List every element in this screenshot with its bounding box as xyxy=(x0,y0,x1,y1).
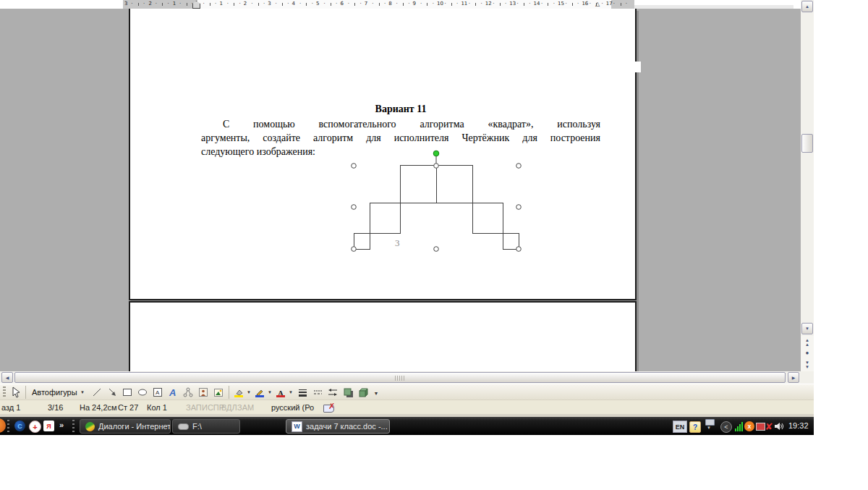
next-page-button[interactable]: ▼▼ xyxy=(805,360,809,369)
yandex-icon[interactable]: Я xyxy=(43,421,54,431)
wordart-button[interactable]: A xyxy=(166,386,180,399)
text-line[interactable]: Спомощьювспомогательногоалгоритма«квадра… xyxy=(201,117,600,131)
autoshapes-button[interactable]: Автофигуры▼ xyxy=(29,386,89,399)
help-icon[interactable]: ? xyxy=(689,421,701,433)
horizontal-scroll-thumb[interactable] xyxy=(14,372,786,383)
insert-clipart-button[interactable] xyxy=(196,386,210,399)
page-1[interactable]: Вариант 11 Спомощьювспомогательногоалгор… xyxy=(129,9,637,300)
line-icon xyxy=(91,386,103,398)
rectangle-tool-button[interactable] xyxy=(120,386,135,399)
shadow-style-button[interactable] xyxy=(341,386,355,399)
scroll-left-button[interactable]: ◀ xyxy=(1,372,13,383)
hide-icons-chevron[interactable]: ▼ xyxy=(707,426,711,430)
clip-art-icon xyxy=(197,386,209,398)
vertical-scroll-thumb[interactable] xyxy=(801,134,813,153)
selection-handle[interactable] xyxy=(434,247,439,252)
task-button-word-doc[interactable]: W задачи 7 класс.doc -... xyxy=(286,419,390,434)
mode-overtype[interactable]: ЗАМ xyxy=(237,403,254,412)
blue-circle-icon[interactable]: C xyxy=(14,421,25,431)
text-box-button[interactable]: A xyxy=(150,386,165,399)
line-style-icon xyxy=(297,386,308,398)
line-indicator: Ст 27 xyxy=(118,403,138,412)
line-color-dropdown[interactable]: ▼ xyxy=(267,390,273,394)
mode-record[interactable]: ЗАП xyxy=(186,403,202,412)
toolbar-grip[interactable] xyxy=(3,386,6,398)
font-color-button[interactable]: А xyxy=(274,386,287,399)
printer-icon[interactable] xyxy=(705,419,715,426)
page-title[interactable]: Вариант 11 xyxy=(201,104,600,117)
task-button-drive-f[interactable]: F:\ xyxy=(172,419,240,434)
chevron-down-icon: ▼ xyxy=(80,390,86,394)
svg-text:A: A xyxy=(169,387,176,398)
previous-page-button[interactable]: ▲▲ xyxy=(805,338,809,347)
3d-style-icon xyxy=(357,386,369,398)
insert-picture-button[interactable] xyxy=(211,386,226,399)
document-workspace: Вариант 11 Спомощьювспомогательногоалгор… xyxy=(0,9,801,371)
scroll-right-button[interactable]: ▶ xyxy=(788,372,799,383)
selection-handle[interactable] xyxy=(434,164,439,169)
taskbar-clock[interactable]: 19:32 xyxy=(788,421,809,430)
mode-extend[interactable]: ВДЛ xyxy=(221,403,237,412)
fill-color-button[interactable] xyxy=(232,386,245,399)
taskband-grip[interactable] xyxy=(72,420,75,432)
quicklaunch-grip[interactable] xyxy=(7,420,9,432)
toolbar-options-button[interactable]: ▼ xyxy=(374,391,379,396)
quicklaunch-overflow[interactable]: » xyxy=(59,421,64,429)
oval-tool-button[interactable] xyxy=(135,386,150,399)
select-browse-object-button[interactable]: ● xyxy=(806,351,809,355)
selection-handle[interactable] xyxy=(352,247,357,252)
dash-style-button[interactable] xyxy=(310,386,325,399)
drive-icon xyxy=(178,423,189,430)
selection-handle[interactable] xyxy=(516,247,522,252)
figure-label: 3 xyxy=(395,237,400,248)
selection-handle[interactable] xyxy=(352,164,357,169)
language-bar-en[interactable]: EN xyxy=(673,421,687,433)
page-2[interactable] xyxy=(129,301,637,371)
selection-handle[interactable] xyxy=(516,205,522,210)
task-button-dialogi[interactable]: Диалоги - Интернет xyxy=(80,419,171,434)
text-box-icon: A xyxy=(152,386,163,398)
3d-style-button[interactable] xyxy=(356,386,370,399)
font-color-bar xyxy=(276,395,285,397)
insert-diagram-button[interactable] xyxy=(181,386,195,399)
hide-icons-button[interactable]: < xyxy=(720,421,732,433)
rotation-handle[interactable] xyxy=(433,151,439,156)
select-objects-button[interactable] xyxy=(8,386,22,399)
signal-bars-icon[interactable] xyxy=(733,421,744,431)
thumb-grip xyxy=(395,376,405,381)
arrow-style-button[interactable] xyxy=(326,386,340,399)
font-color-dropdown[interactable]: ▼ xyxy=(288,390,294,394)
scroll-up-button[interactable]: ▲ xyxy=(801,1,813,12)
red-cross-icon[interactable]: + xyxy=(29,421,41,433)
language-indicator[interactable]: русский (Ро xyxy=(271,403,314,412)
figure-svg[interactable]: 3 xyxy=(347,148,528,257)
speaker-icon[interactable] xyxy=(774,421,784,431)
picture-icon xyxy=(213,386,224,398)
line-color-button[interactable] xyxy=(253,386,266,399)
square-outline xyxy=(370,203,400,233)
task-button-label: F:\ xyxy=(192,422,202,431)
square-outline xyxy=(503,233,519,249)
ruler-typing-area xyxy=(197,0,611,9)
selection-handle[interactable] xyxy=(516,164,522,169)
diagram-icon xyxy=(182,386,194,398)
arrow-tool-button[interactable] xyxy=(105,386,119,399)
arrow-icon xyxy=(106,386,118,398)
right-indent-marker[interactable]: △ xyxy=(595,1,600,8)
oval-icon xyxy=(137,386,148,398)
scroll-down-button[interactable]: ▼ xyxy=(801,323,813,334)
fill-color-dropdown[interactable]: ▼ xyxy=(246,390,252,394)
red-x-icon[interactable]: ✘ xyxy=(764,421,774,431)
selection-handle[interactable] xyxy=(352,205,357,210)
start-button[interactable] xyxy=(0,418,6,433)
line-tool-button[interactable] xyxy=(90,386,104,399)
horizontal-scrollbar[interactable]: ◀ ▶ xyxy=(0,371,801,384)
vertical-scrollbar[interactable]: ▲ ▼ xyxy=(801,0,814,371)
orange-x-icon[interactable]: x xyxy=(744,421,754,431)
text-line[interactable]: аргументы,создайтеалгоритмдляисполнителя… xyxy=(201,131,600,145)
position-indicator: На 24,2см xyxy=(80,403,117,412)
spelling-status-icon[interactable]: ✗ xyxy=(323,403,336,413)
line-style-button[interactable] xyxy=(295,386,310,399)
page-of-indicator[interactable]: 3/16 xyxy=(48,403,63,412)
separator xyxy=(229,386,229,399)
